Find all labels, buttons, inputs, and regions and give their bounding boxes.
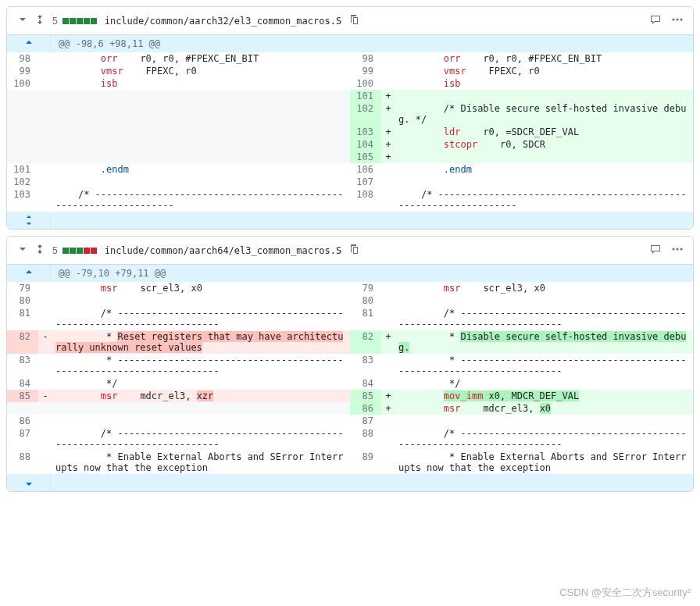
line-number[interactable]: 102 [7, 176, 38, 188]
code-line[interactable] [52, 90, 350, 102]
code-line[interactable]: /* -------------------------------------… [52, 188, 350, 212]
line-number[interactable]: 103 [7, 188, 38, 212]
code-line[interactable]: msr scr_el3, x0 [52, 282, 350, 294]
code-line[interactable] [395, 294, 693, 307]
line-number[interactable]: 103 [350, 126, 381, 138]
line-number[interactable]: 83 [350, 354, 381, 377]
code-line[interactable]: stcopr r0, SDCR [395, 138, 693, 151]
line-number[interactable]: 81 [7, 307, 38, 330]
code-line[interactable]: ldr r0, =SDCR_DEF_VAL [395, 126, 693, 138]
code-line[interactable]: /* Disable secure self-hosted invasive d… [395, 102, 693, 126]
code-line[interactable]: * Reset registers that may have architec… [52, 330, 350, 354]
code-line[interactable]: /* -------------------------------------… [52, 427, 350, 451]
line-number[interactable]: 106 [350, 163, 381, 176]
code-line[interactable] [395, 176, 693, 188]
code-line[interactable]: * Enable External Aborts and SError Inte… [395, 451, 693, 474]
code-line[interactable]: /* -------------------------------------… [395, 188, 693, 212]
line-number[interactable]: 85 [7, 390, 38, 402]
line-number[interactable]: 101 [7, 163, 38, 176]
kebab-icon[interactable] [662, 13, 684, 28]
code-line[interactable]: orr r0, r0, #FPEXC_EN_BIT [395, 52, 693, 65]
line-number[interactable] [7, 126, 38, 138]
line-number[interactable]: 99 [7, 65, 38, 77]
line-number[interactable]: 100 [350, 77, 381, 90]
expand-all-icon[interactable] [29, 243, 46, 258]
line-number[interactable]: 83 [7, 354, 38, 377]
unfold-up-icon[interactable] [7, 35, 51, 52]
line-number[interactable] [7, 102, 38, 126]
file-path-link[interactable]: include/common/aarch32/el3_common_macros… [105, 16, 341, 27]
code-line[interactable]: isb [52, 77, 350, 90]
line-number[interactable]: 98 [7, 52, 38, 65]
code-line[interactable]: vmsr FPEXC, r0 [52, 65, 350, 77]
code-line[interactable] [52, 294, 350, 307]
code-line[interactable]: .endm [52, 163, 350, 176]
comment-icon[interactable] [640, 243, 662, 258]
file-path-link[interactable]: include/common/aarch64/el3_common_macros… [105, 245, 341, 256]
line-number[interactable] [7, 138, 38, 151]
line-number[interactable]: 82 [350, 330, 381, 354]
line-number[interactable]: 108 [350, 188, 381, 212]
code-line[interactable]: * --------------------------------------… [52, 354, 350, 377]
line-number[interactable]: 82 [7, 330, 38, 354]
code-line[interactable]: * Disable secure self-hosted invasive de… [395, 330, 693, 354]
line-number[interactable]: 84 [7, 377, 38, 390]
code-line[interactable]: isb [395, 77, 693, 90]
code-line[interactable]: /* -------------------------------------… [395, 307, 693, 330]
line-number[interactable] [7, 402, 38, 415]
code-line[interactable] [52, 415, 350, 427]
code-line[interactable] [52, 176, 350, 188]
line-number[interactable]: 105 [350, 151, 381, 163]
line-number[interactable]: 86 [350, 402, 381, 415]
code-line[interactable]: /* -------------------------------------… [52, 307, 350, 330]
line-number[interactable]: 79 [7, 282, 38, 294]
code-line[interactable] [52, 126, 350, 138]
line-number[interactable]: 79 [350, 282, 381, 294]
copy-icon[interactable] [341, 243, 360, 258]
code-line[interactable] [52, 402, 350, 415]
line-number[interactable] [7, 90, 38, 102]
code-line[interactable]: */ [52, 377, 350, 390]
code-line[interactable]: */ [395, 377, 693, 390]
unfold-down-icon[interactable] [7, 212, 51, 229]
line-number[interactable]: 88 [7, 451, 38, 474]
line-number[interactable]: 101 [350, 90, 381, 102]
code-line[interactable]: * --------------------------------------… [395, 354, 693, 377]
line-number[interactable]: 80 [350, 294, 381, 307]
expand-all-icon[interactable] [29, 13, 46, 28]
chevron-down-icon[interactable] [16, 13, 29, 28]
code-line[interactable] [52, 138, 350, 151]
unfold-up-icon[interactable] [7, 265, 51, 282]
line-number[interactable]: 98 [350, 52, 381, 65]
line-number[interactable]: 99 [350, 65, 381, 77]
line-number[interactable]: 81 [350, 307, 381, 330]
line-number[interactable]: 89 [350, 451, 381, 474]
line-number[interactable]: 88 [350, 427, 381, 451]
code-line[interactable]: .endm [395, 163, 693, 176]
kebab-icon[interactable] [662, 243, 684, 258]
code-line[interactable]: /* -------------------------------------… [395, 427, 693, 451]
line-number[interactable]: 102 [350, 102, 381, 126]
code-line[interactable] [52, 102, 350, 126]
line-number[interactable]: 85 [350, 390, 381, 402]
copy-icon[interactable] [341, 13, 360, 28]
line-number[interactable]: 80 [7, 294, 38, 307]
line-number[interactable]: 100 [7, 77, 38, 90]
line-number[interactable]: 87 [350, 415, 381, 427]
code-line[interactable]: msr mdcr_el3, x0 [395, 402, 693, 415]
line-number[interactable]: 86 [7, 415, 38, 427]
code-line[interactable]: orr r0, r0, #FPEXC_EN_BIT [52, 52, 350, 65]
line-number[interactable]: 84 [350, 377, 381, 390]
code-line[interactable]: msr scr_el3, x0 [395, 282, 693, 294]
code-line[interactable] [395, 90, 693, 102]
unfold-down-icon[interactable] [7, 474, 51, 491]
code-line[interactable]: msr mdcr_el3, xzr [52, 390, 350, 402]
line-number[interactable]: 104 [350, 138, 381, 151]
line-number[interactable]: 107 [350, 176, 381, 188]
line-number[interactable]: 87 [7, 427, 38, 451]
line-number[interactable] [7, 151, 38, 163]
code-line[interactable]: mov_imm x0, MDCR_DEF_VAL [395, 390, 693, 402]
chevron-down-icon[interactable] [16, 243, 29, 258]
code-line[interactable]: vmsr FPEXC, r0 [395, 65, 693, 77]
code-line[interactable]: * Enable External Aborts and SError Inte… [52, 451, 350, 474]
